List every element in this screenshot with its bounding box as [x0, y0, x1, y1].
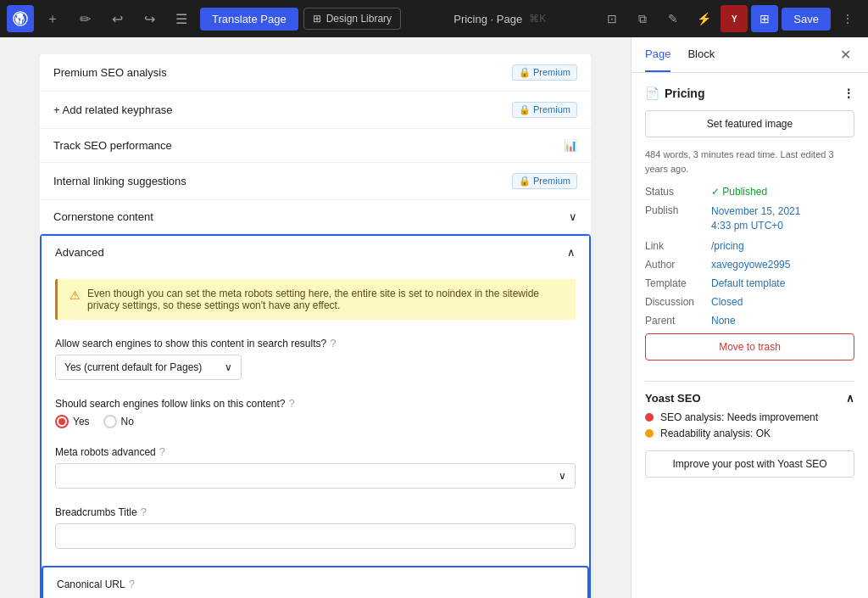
link-row: Link /pricing	[645, 240, 854, 252]
help-icon-meta[interactable]: ?	[159, 445, 165, 458]
radio-no[interactable]: No	[103, 415, 134, 428]
tools-button[interactable]: ✏	[71, 5, 98, 32]
help-icon-breadcrumbs[interactable]: ?	[141, 506, 147, 518]
meta-robots-field: Meta robots advanced ? ∨	[42, 439, 589, 499]
list-view-button[interactable]: ☰	[168, 5, 195, 32]
track-seo-row[interactable]: Track SEO performance 📊	[40, 129, 591, 163]
link-value[interactable]: /pricing	[711, 240, 744, 252]
follow-links-field: Should search engines follow links on th…	[42, 390, 589, 439]
design-library-button[interactable]: ⊞ Design Library	[303, 8, 401, 30]
page-section-title: 📄 Pricing ⋮	[645, 87, 854, 100]
premium-badge-linking: 🔒 Premium	[512, 173, 577, 189]
add-keyphrase-row[interactable]: + Add related keyphrase 🔒 Premium	[40, 92, 591, 129]
author-label: Author	[645, 259, 704, 271]
tab-page[interactable]: Page	[645, 37, 670, 72]
help-icon-search[interactable]: ?	[330, 337, 336, 349]
preview-button[interactable]: ⊡	[598, 5, 626, 32]
template-value[interactable]: Default template	[711, 277, 785, 289]
yoast-button[interactable]: Y	[721, 5, 748, 32]
redo-button[interactable]: ↪	[136, 5, 163, 32]
plugin-button[interactable]: ⚡	[690, 5, 717, 32]
link-label: Link	[645, 240, 704, 252]
wp-logo[interactable]	[7, 5, 34, 32]
parent-row: Parent None	[645, 315, 854, 327]
follow-links-label: Should search engines follow links on th…	[55, 397, 576, 410]
move-to-trash-button[interactable]: Move to trash	[645, 333, 854, 360]
status-row: Status ✓ Published	[645, 186, 854, 198]
parent-value[interactable]: None	[711, 315, 736, 327]
add-button[interactable]: ＋	[39, 5, 66, 32]
top-bar-right: ⊡ ⧉ ✎ ⚡ Y ⊞ Save ⋮	[598, 5, 861, 32]
more-options-button[interactable]: ⋮	[834, 5, 861, 32]
meta-info-text: 484 words, 3 minutes read time. Last edi…	[645, 148, 854, 176]
external-link-button[interactable]: ⧉	[629, 5, 656, 32]
publish-value[interactable]: November 15, 20214:33 pm UTC+0	[711, 204, 800, 233]
readability-analysis-item: Readability analysis: OK	[645, 428, 854, 439]
chevron-up-icon-yoast: ∧	[846, 392, 854, 405]
page-icon: 📄	[645, 87, 659, 100]
allow-search-field: Allow search engines to show this conten…	[42, 330, 589, 390]
template-row: Template Default template	[645, 277, 854, 289]
chart-icon: 📊	[564, 139, 577, 152]
chevron-down-icon: ∨	[225, 361, 232, 373]
radio-yes-dot	[55, 415, 69, 428]
yoast-section: Yoast SEO ∧ SEO analysis: Needs improvem…	[645, 392, 854, 478]
status-label: Status	[645, 186, 704, 198]
translate-page-button[interactable]: Translate Page	[200, 8, 298, 31]
radio-yes[interactable]: Yes	[55, 415, 90, 428]
help-icon-links[interactable]: ?	[289, 397, 295, 410]
seo-status-dot	[645, 413, 654, 422]
improve-yoast-button[interactable]: Improve your post with Yoast SEO	[645, 450, 854, 478]
help-icon-canonical[interactable]: ?	[129, 578, 135, 590]
advanced-section: Advanced ∧ ⚠ Even though you can set the…	[40, 234, 591, 598]
allow-search-label: Allow search engines to show this conten…	[55, 337, 576, 349]
status-value[interactable]: ✓ Published	[711, 186, 767, 198]
follow-links-radios: Yes No	[55, 415, 576, 428]
undo-button[interactable]: ↩	[103, 5, 131, 32]
close-panel-button[interactable]: ✕	[837, 43, 854, 66]
premium-badge-keyphrase: 🔒 Premium	[512, 102, 577, 118]
discussion-row: Discussion Closed	[645, 296, 854, 308]
seo-analysis-item: SEO analysis: Needs improvement	[645, 411, 854, 423]
tab-block[interactable]: Block	[687, 37, 715, 72]
canonical-url-section: Canonical URL ?	[42, 566, 589, 598]
page-title-bar: Pricing · Page ⌘K	[406, 13, 593, 25]
panel-body: 📄 Pricing ⋮ Set featured image 484 words…	[632, 73, 868, 598]
edit-button[interactable]: ✎	[659, 5, 687, 32]
allow-search-select[interactable]: Yes (current default for Pages) ∨	[55, 355, 242, 380]
warning-box: ⚠ Even though you can set the meta robot…	[55, 279, 576, 320]
advanced-header[interactable]: Advanced ∧	[42, 236, 589, 269]
premium-badge: 🔒 Premium	[512, 64, 577, 81]
design-library-icon: ⊞	[313, 13, 321, 25]
publish-label: Publish	[645, 204, 704, 233]
seo-panel: Premium SEO analysis 🔒 Premium + Add rel…	[40, 54, 591, 598]
more-icon[interactable]: ⋮	[843, 87, 854, 100]
premium-seo-row[interactable]: Premium SEO analysis 🔒 Premium	[40, 54, 591, 92]
canonical-url-label: Canonical URL ?	[57, 578, 574, 590]
discussion-value[interactable]: Closed	[711, 296, 743, 308]
set-featured-image-button[interactable]: Set featured image	[645, 110, 854, 137]
breadcrumbs-field: Breadcrumbs Title ?	[42, 499, 589, 559]
panel-tabs: Page Block ✕	[632, 37, 868, 73]
cornerstone-row[interactable]: Cornerstone content ∨	[40, 200, 591, 234]
yoast-header[interactable]: Yoast SEO ∧	[645, 392, 854, 405]
save-button[interactable]: Save	[782, 8, 831, 31]
chevron-down-icon: ∨	[569, 210, 577, 223]
top-bar: ＋ ✏ ↩ ↪ ☰ Translate Page ⊞ Design Librar…	[0, 0, 868, 37]
author-value[interactable]: xavegoyowe2995	[711, 259, 790, 271]
publish-row: Publish November 15, 20214:33 pm UTC+0	[645, 204, 854, 233]
author-row: Author xavegoyowe2995	[645, 259, 854, 271]
meta-robots-select[interactable]: ∨	[55, 463, 576, 489]
breadcrumbs-input[interactable]	[55, 523, 576, 549]
toggle-panel-button[interactable]: ⊞	[751, 5, 778, 32]
radio-no-dot	[103, 415, 117, 428]
template-label: Template	[645, 277, 704, 289]
right-panel: Page Block ✕ 📄 Pricing ⋮ Set featured im…	[631, 37, 868, 598]
chevron-down-icon-meta: ∨	[559, 470, 566, 482]
chevron-up-icon: ∧	[567, 246, 576, 259]
parent-label: Parent	[645, 315, 704, 327]
center-content: Premium SEO analysis 🔒 Premium + Add rel…	[0, 37, 631, 598]
internal-linking-row[interactable]: Internal linking suggestions 🔒 Premium	[40, 163, 591, 200]
meta-robots-label: Meta robots advanced ?	[55, 445, 576, 458]
readability-status-dot	[645, 429, 654, 438]
